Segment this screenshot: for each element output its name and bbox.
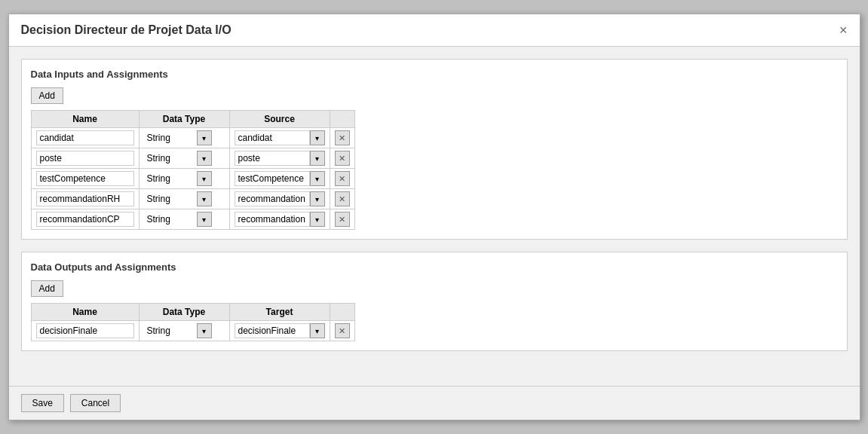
- input-name-field[interactable]: [36, 171, 134, 186]
- inputs-col-name: Name: [31, 111, 139, 128]
- output-name-field[interactable]: [36, 323, 134, 338]
- input-name-cell: [31, 148, 139, 169]
- source-dropdown-button[interactable]: ▾: [310, 171, 325, 186]
- inputs-col-action: [330, 111, 354, 128]
- input-name-cell: [31, 209, 139, 230]
- inputs-col-source: Source: [229, 111, 330, 128]
- input-datatype-text: String: [144, 192, 197, 206]
- outputs-col-name: Name: [31, 304, 139, 321]
- output-name-cell: [31, 321, 139, 341]
- input-datatype-text: String: [144, 212, 197, 226]
- input-name-field[interactable]: [36, 130, 134, 145]
- output-target-field[interactable]: [235, 323, 310, 338]
- datatype-dropdown-button[interactable]: ▾: [197, 171, 212, 186]
- input-datatype-cell: String ▾: [139, 189, 229, 209]
- input-source-field[interactable]: [235, 212, 310, 227]
- output-datatype-text: String: [144, 324, 197, 338]
- input-action-cell: ✕: [330, 209, 354, 230]
- outputs-col-action: [330, 304, 354, 321]
- input-source-field[interactable]: [235, 130, 310, 145]
- input-action-cell: ✕: [330, 128, 354, 148]
- input-source-field[interactable]: [235, 191, 310, 206]
- output-datatype-cell: String ▾: [139, 321, 229, 341]
- inputs-section-title: Data Inputs and Assignments: [31, 69, 838, 80]
- datatype-dropdown-button[interactable]: ▾: [197, 191, 212, 206]
- datatype-dropdown-button[interactable]: ▾: [197, 130, 212, 145]
- dialog-body: Data Inputs and Assignments Add Name Dat…: [9, 47, 860, 386]
- save-button[interactable]: Save: [21, 394, 64, 412]
- inputs-section: Data Inputs and Assignments Add Name Dat…: [21, 59, 848, 240]
- add-input-button[interactable]: Add: [31, 87, 63, 104]
- input-datatype-cell: String ▾: [139, 169, 229, 189]
- input-datatype-text: String: [144, 131, 197, 145]
- input-action-cell: ✕: [330, 148, 354, 169]
- inputs-table: Name Data Type Source String ▾: [31, 110, 355, 230]
- input-name-cell: [31, 128, 139, 148]
- table-row: String ▾ ▾ ✕: [31, 209, 354, 230]
- footer: Save Cancel: [9, 386, 860, 420]
- source-dropdown-button[interactable]: ▾: [310, 191, 325, 206]
- cancel-button[interactable]: Cancel: [70, 394, 121, 412]
- input-datatype-text: String: [144, 151, 197, 165]
- input-datatype-cell: String ▾: [139, 209, 229, 230]
- outputs-table: Name Data Type Target String ▾: [31, 303, 355, 341]
- input-name-cell: [31, 189, 139, 209]
- delete-input-button[interactable]: ✕: [335, 130, 350, 145]
- input-source-field[interactable]: [235, 151, 310, 166]
- source-dropdown-button[interactable]: ▾: [310, 151, 325, 166]
- input-datatype-cell: String ▾: [139, 148, 229, 169]
- delete-input-button[interactable]: ✕: [335, 171, 350, 186]
- input-source-cell: ▾: [229, 169, 330, 189]
- input-name-cell: [31, 169, 139, 189]
- input-action-cell: ✕: [330, 189, 354, 209]
- input-name-field[interactable]: [36, 191, 134, 206]
- delete-output-button[interactable]: ✕: [335, 323, 350, 338]
- dialog: Decision Directeur de Projet Data I/O × …: [8, 14, 860, 420]
- input-source-cell: ▾: [229, 148, 330, 169]
- input-source-cell: ▾: [229, 209, 330, 230]
- table-row: String ▾ ▾ ✕: [31, 169, 354, 189]
- datatype-dropdown-button[interactable]: ▾: [197, 212, 212, 227]
- target-dropdown-button[interactable]: ▾: [310, 323, 325, 338]
- input-name-field[interactable]: [36, 212, 134, 227]
- input-source-cell: ▾: [229, 189, 330, 209]
- close-button[interactable]: ×: [839, 23, 848, 37]
- table-row: String ▾ ▾ ✕: [31, 321, 354, 341]
- inputs-col-datatype: Data Type: [139, 111, 229, 128]
- outputs-section: Data Outputs and Assignments Add Name Da…: [21, 252, 848, 351]
- outputs-col-datatype: Data Type: [139, 304, 229, 321]
- source-dropdown-button[interactable]: ▾: [310, 130, 325, 145]
- input-datatype-cell: String ▾: [139, 128, 229, 148]
- input-name-field[interactable]: [36, 151, 134, 166]
- input-datatype-text: String: [144, 172, 197, 185]
- title-bar: Decision Directeur de Projet Data I/O ×: [9, 14, 860, 47]
- output-target-cell: ▾: [229, 321, 330, 341]
- dialog-title: Decision Directeur de Projet Data I/O: [21, 23, 232, 37]
- table-row: String ▾ ▾ ✕: [31, 148, 354, 169]
- datatype-dropdown-button[interactable]: ▾: [197, 151, 212, 166]
- outputs-col-target: Target: [229, 304, 330, 321]
- source-dropdown-button[interactable]: ▾: [310, 212, 325, 227]
- input-action-cell: ✕: [330, 169, 354, 189]
- delete-input-button[interactable]: ✕: [335, 191, 350, 206]
- output-action-cell: ✕: [330, 321, 354, 341]
- delete-input-button[interactable]: ✕: [335, 151, 350, 166]
- output-datatype-dropdown-button[interactable]: ▾: [197, 323, 212, 338]
- delete-input-button[interactable]: ✕: [335, 212, 350, 227]
- input-source-field[interactable]: [235, 171, 310, 186]
- input-source-cell: ▾: [229, 128, 330, 148]
- table-row: String ▾ ▾ ✕: [31, 128, 354, 148]
- table-row: String ▾ ▾ ✕: [31, 189, 354, 209]
- outputs-section-title: Data Outputs and Assignments: [31, 261, 838, 273]
- add-output-button[interactable]: Add: [31, 280, 63, 297]
